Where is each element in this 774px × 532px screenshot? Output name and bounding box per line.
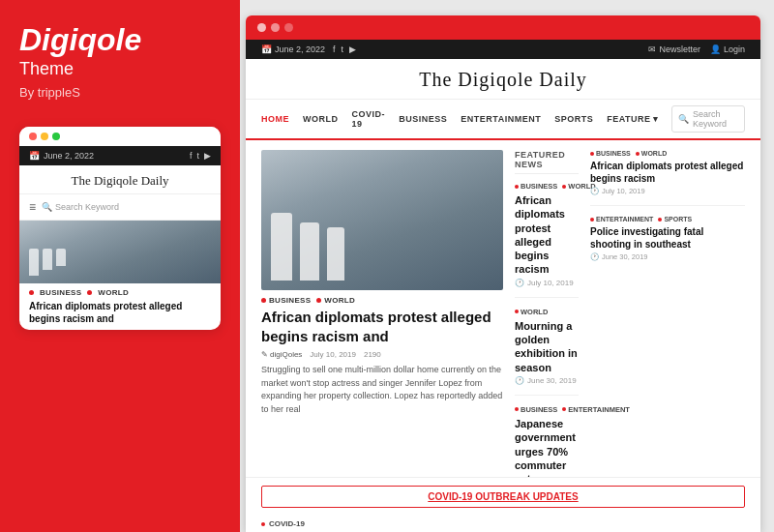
browser-dot-1 (257, 23, 266, 32)
site-title-bar: The Digiqole Daily (246, 59, 760, 100)
main-article-title: African diplomats protest alleged begins… (261, 308, 503, 345)
ppe-figure-1 (29, 249, 39, 276)
newsletter-label: Newsletter (659, 44, 700, 54)
right-item-1: BUSINESS WORLD African diplomats protest… (590, 150, 745, 206)
right-tag-entertainment-2: ENTERTAINMENT (590, 216, 653, 222)
ppe-figure-2 (43, 249, 52, 270)
topbar-youtube-icon[interactable]: ▶ (349, 44, 356, 54)
main-article-image (261, 150, 503, 290)
site-topbar: 📅 June 2, 2022 f t ▶ ✉ Newsletter 👤 Logi… (246, 40, 760, 59)
main-article-tags: BUSINESS WORLD (261, 290, 503, 308)
right-item-2-date: 🕐 June 30, 2019 (590, 252, 745, 261)
topbar-calendar-icon: 📅 (261, 44, 272, 54)
browser-dot-2 (271, 23, 280, 32)
calendar-icon: 📅 (29, 151, 40, 161)
ppe-figure-3 (56, 249, 66, 266)
right-item-2: ENTERTAINMENT SPORTS Police investigatin… (590, 216, 745, 271)
right-label-entertainment-2: ENTERTAINMENT (596, 216, 653, 222)
tag-dot-world (87, 290, 92, 295)
browser-window: 📅 June 2, 2022 f t ▶ ✉ Newsletter 👤 Logi… (246, 15, 760, 532)
bottom-banner[interactable]: COVID-19 OUTBREAK UPDATES (246, 477, 760, 516)
article-views: 2190 (364, 350, 381, 359)
featured-item-1-title: African diplomats protest alleged begins… (515, 193, 579, 277)
nav-world[interactable]: WORLD (303, 114, 339, 124)
main-ppe-fig-2 (300, 222, 319, 281)
main-tag-world: WORLD (316, 296, 355, 305)
article-date: July 10, 2019 (310, 350, 356, 359)
main-tag-dot-business (261, 298, 266, 303)
outbreak-link[interactable]: COVID-19 OUTBREAK UPDATES (261, 486, 745, 508)
featured-item-1-tags: BUSINESS WORLD (515, 182, 579, 191)
mobile-topbar-left: 📅 June 2, 2022 (29, 151, 94, 161)
browser-content: 📅 June 2, 2022 f t ▶ ✉ Newsletter 👤 Logi… (246, 40, 760, 532)
nav-covid19[interactable]: COVID-19 (352, 109, 386, 129)
mobile-article-tags: BUSINESS WORLD (19, 283, 221, 300)
right-item-2-tags: ENTERTAINMENT SPORTS (590, 216, 745, 222)
feat-dot-business-1 (515, 185, 519, 189)
right-item-2-title: Police investigating fatal shooting in s… (590, 225, 745, 251)
clock-icon-1: 🕐 (515, 279, 524, 287)
nav-search[interactable]: 🔍 Search Keyword (671, 105, 745, 133)
browser-chrome (246, 15, 760, 40)
main-article-excerpt: Struggling to sell one multi-million dol… (261, 364, 503, 416)
twitter-icon: t (196, 151, 199, 161)
mobile-dot-red (29, 133, 37, 140)
brand-title: Digiqole (19, 23, 221, 57)
feat-dot-business-3 (515, 407, 519, 411)
mobile-article-image (19, 221, 221, 283)
topbar-social: f t ▶ (333, 44, 356, 54)
login-link[interactable]: 👤 Login (710, 44, 745, 54)
feat-label-world-2: WORLD (521, 308, 548, 316)
mobile-dot-yellow (41, 133, 48, 140)
nav-home[interactable]: HOME (261, 114, 289, 124)
newsletter-link[interactable]: ✉ Newsletter (648, 44, 700, 54)
main-ppe-figures (271, 213, 344, 281)
topbar-facebook-icon[interactable]: f (333, 44, 336, 54)
author-name: digiQoles (270, 350, 302, 359)
mobile-search-input[interactable]: 🔍 Search Keyword (42, 202, 119, 212)
browser-dot-3 (284, 23, 293, 32)
topbar-date-text: June 2, 2022 (275, 44, 325, 54)
clock-icon-2: 🕐 (515, 376, 524, 385)
nav-sports[interactable]: SPORTS (554, 114, 593, 124)
right-column: BUSINESS WORLD African diplomats protest… (590, 150, 745, 467)
mobile-topbar: 📅 June 2, 2022 f t ▶ (19, 146, 221, 165)
mobile-preview-card: 📅 June 2, 2022 f t ▶ The Digiqole Daily … (19, 127, 221, 330)
main-tag-business: BUSINESS (261, 296, 311, 305)
envelope-icon: ✉ (648, 44, 656, 54)
feat-tag-business-3: BUSINESS (515, 405, 557, 414)
featured-item-3-title: Japanese government urges 70% commuter c… (515, 417, 579, 477)
youtube-icon: ▶ (204, 151, 211, 161)
main-tag-dot-world (316, 298, 321, 303)
main-ppe-fig-3 (327, 227, 344, 281)
featured-header: FEATURED NEWS (515, 150, 579, 174)
right-item-1-title: African diplomats protest alleged begins… (590, 160, 745, 185)
main-article-meta: ✎ digiQoles July 10, 2019 2190 (261, 350, 503, 359)
topbar-right: ✉ Newsletter 👤 Login (648, 44, 745, 54)
nav-business[interactable]: BUSINESS (399, 114, 447, 124)
featured-item-1: BUSINESS WORLD African diplomats protest… (515, 182, 579, 298)
right-dot-world-1 (636, 152, 640, 156)
right-label-business-1: BUSINESS (596, 150, 631, 157)
right-dot-entertainment-2 (590, 218, 594, 222)
main-ppe-fig-1 (271, 213, 292, 281)
nav-entertainment[interactable]: ENTERTAINMENT (461, 114, 541, 124)
featured-item-2-date: 🕐 June 30, 2019 (515, 376, 579, 385)
mobile-title-text: The Digiqole Daily (71, 173, 168, 188)
main-tag-business-label: BUSINESS (269, 296, 311, 305)
mobile-card-header (19, 127, 221, 146)
featured-column: FEATURED NEWS BUSINESS WORLD African dip… (515, 150, 579, 467)
mobile-article-title: African diplomats protest alleged begins… (19, 300, 221, 330)
feat-dot-world-1 (562, 185, 566, 189)
main-article-column: BUSINESS WORLD African diplomats protest… (261, 150, 503, 467)
site-navigation: HOME WORLD COVID-19 BUSINESS ENTERTAINME… (246, 100, 760, 140)
topbar-twitter-icon[interactable]: t (342, 44, 344, 54)
below-tag-label: COVID-19 (269, 519, 305, 528)
featured-item-3: BUSINESS ENTERTAINMENT Japanese governme… (515, 405, 579, 477)
right-tag-sports-2: SPORTS (658, 216, 692, 222)
mobile-search-bar[interactable]: ≡ 🔍 Search Keyword (19, 194, 221, 221)
feat-dot-world-2 (515, 310, 519, 313)
nav-feature[interactable]: FEATURE ▾ (607, 114, 658, 124)
right-tag-world-1: WORLD (636, 150, 667, 157)
mobile-date: June 2, 2022 (44, 151, 94, 161)
